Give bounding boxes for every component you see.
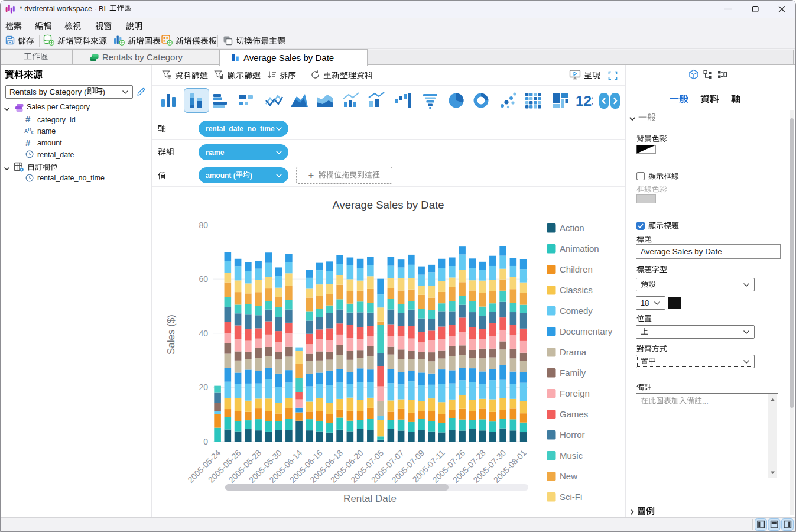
svg-text:Family: Family [560,368,586,378]
svg-text:Horror: Horror [560,430,585,440]
svg-text:123: 123 [576,93,593,109]
svg-text:Sales ($): Sales ($) [165,314,177,355]
svg-text:#: # [25,138,31,147]
svg-text:Documentary: Documentary [560,326,613,336]
svg-text:Games: Games [560,409,588,419]
svg-text:Animation: Animation [560,244,599,254]
svg-text:New: New [560,471,577,481]
svg-text:40: 40 [199,329,208,338]
svg-text:Children: Children [560,264,593,274]
svg-text:Rental Date: Rental Date [343,493,397,504]
svg-text:C: C [31,129,35,135]
svg-text:#: # [25,115,31,124]
svg-text:Music: Music [560,450,583,460]
svg-text:Classics: Classics [560,285,593,295]
svg-text:Foreign: Foreign [560,388,590,398]
svg-text:0: 0 [203,437,208,446]
svg-text:Sci-Fi: Sci-Fi [560,492,582,502]
svg-text:Average Sales by Date: Average Sales by Date [333,199,444,211]
svg-text:Action: Action [560,223,584,233]
svg-text:Comedy: Comedy [560,306,593,316]
svg-text:80: 80 [199,220,208,230]
svg-text:20: 20 [199,382,208,392]
svg-text:60: 60 [199,274,208,284]
svg-text:Drama: Drama [560,347,587,357]
